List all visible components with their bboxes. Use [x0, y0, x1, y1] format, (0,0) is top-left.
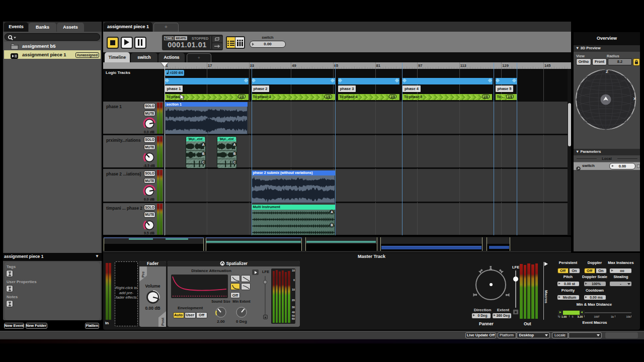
svg-text:Post: Post	[160, 317, 165, 326]
svg-text:Pre: Pre	[141, 272, 145, 278]
